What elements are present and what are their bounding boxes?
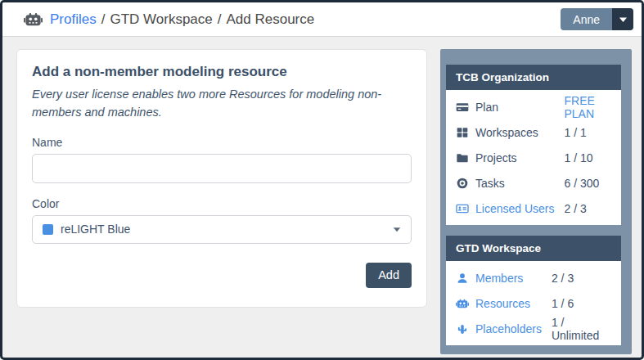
user-menu-button[interactable]: Anne xyxy=(561,8,633,30)
user-menu-label[interactable]: Anne xyxy=(561,8,612,30)
circle-dot-icon xyxy=(456,177,469,190)
user-icon xyxy=(456,272,469,285)
plan-row-label: Plan xyxy=(456,94,555,119)
robot-icon xyxy=(456,297,469,310)
workspace-panel-body: Members 2 / 3 Resources xyxy=(446,261,621,345)
color-field-label: Color xyxy=(32,197,412,210)
card-title: Add a non-member modeling resource xyxy=(32,64,412,80)
workspaces-row-label: Workspaces xyxy=(456,119,555,145)
top-bar: Profiles / GTD Workspace / Add Resource … xyxy=(2,2,642,37)
breadcrumb-item-workspace: GTD Workspace xyxy=(110,11,212,28)
placeholders-link[interactable]: Placeholders xyxy=(456,316,542,341)
name-input[interactable] xyxy=(32,154,412,183)
color-select-value: reLIGHT Blue xyxy=(61,223,385,236)
organization-panel-title: TCB Organization xyxy=(446,65,621,90)
color-swatch xyxy=(43,224,53,235)
robot-icon xyxy=(24,10,43,29)
app-window: Profiles / GTD Workspace / Add Resource … xyxy=(0,0,644,360)
id-card-icon xyxy=(456,202,469,215)
tasks-value: 6 / 300 xyxy=(565,170,612,196)
placeholders-value: 1 / Unlimited xyxy=(552,316,611,341)
tasks-row-label: Tasks xyxy=(456,170,555,196)
add-resource-card: Add a non-member modeling resource Every… xyxy=(16,49,427,308)
folder-icon xyxy=(456,151,469,164)
breadcrumb-link-profiles[interactable]: Profiles xyxy=(50,11,97,28)
members-link[interactable]: Members xyxy=(456,265,542,290)
workspaces-value: 1 / 1 xyxy=(565,119,612,145)
workspace-panel-title: GTD Workspace xyxy=(446,236,621,261)
name-field-label: Name xyxy=(32,136,412,149)
projects-value: 1 / 10 xyxy=(565,145,612,170)
add-button[interactable]: Add xyxy=(366,263,412,288)
breadcrumb: Profiles / GTD Workspace / Add Resource xyxy=(24,10,314,29)
licensed-users-link[interactable]: Licensed Users xyxy=(456,196,555,221)
card-description: Every user license enables two more Reso… xyxy=(32,86,412,122)
licensed-users-value: 2 / 3 xyxy=(565,196,612,221)
chevron-down-icon xyxy=(393,227,401,232)
caret-down-icon[interactable] xyxy=(612,8,633,30)
resources-value: 1 / 6 xyxy=(552,290,611,316)
breadcrumb-separator: / xyxy=(101,11,106,28)
card-actions: Add xyxy=(32,263,412,288)
color-select[interactable]: reLIGHT Blue xyxy=(32,215,412,244)
resources-link[interactable]: Resources xyxy=(456,290,542,316)
breadcrumb-item-current: Add Resource xyxy=(226,11,314,28)
workspace-panel: GTD Workspace Members 2 / 3 xyxy=(446,236,621,345)
projects-row-label: Projects xyxy=(456,145,555,170)
members-value: 2 / 3 xyxy=(552,265,611,290)
plan-value-link[interactable]: FREE PLAN xyxy=(565,94,612,119)
organization-panel-body: Plan FREE PLAN Workspaces 1 / 1 xyxy=(446,90,621,225)
info-sidebar: TCB Organization Plan FREE PLAN xyxy=(440,49,632,354)
grid-icon xyxy=(456,126,469,139)
breadcrumb-separator: / xyxy=(218,11,222,28)
cactus-icon xyxy=(456,322,469,335)
credit-card-icon xyxy=(456,101,469,114)
organization-panel: TCB Organization Plan FREE PLAN xyxy=(446,65,621,225)
